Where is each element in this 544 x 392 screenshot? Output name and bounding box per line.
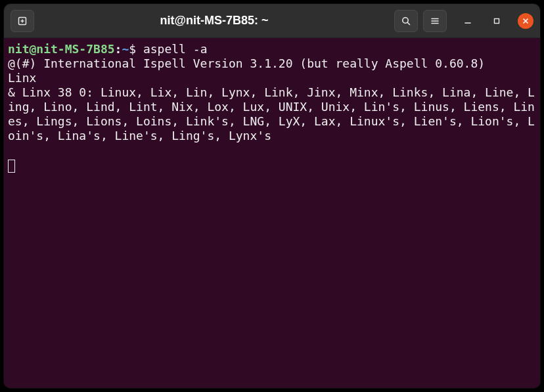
search-button[interactable] — [394, 10, 418, 32]
close-button[interactable] — [518, 13, 533, 29]
prompt-path: ~ — [122, 42, 129, 56]
search-icon — [401, 16, 411, 26]
command-text: aspell -a — [143, 42, 208, 56]
window-title: nit@nit-MS-7B85: ~ — [39, 14, 389, 28]
output-input-word: Linx — [8, 71, 36, 85]
titlebar-right — [394, 10, 533, 32]
svg-rect-9 — [495, 18, 499, 23]
terminal-cursor — [8, 160, 15, 173]
prompt-sigil: $ — [129, 42, 136, 56]
close-icon — [522, 17, 530, 25]
maximize-icon — [493, 17, 501, 25]
menu-button[interactable] — [423, 10, 447, 32]
svg-line-4 — [407, 22, 409, 24]
titlebar: nit@nit-MS-7B85: ~ — [4, 4, 540, 38]
new-tab-button[interactable] — [11, 10, 34, 32]
output-banner: @(#) International Ispell Version 3.1.20… — [8, 56, 485, 70]
new-tab-icon — [17, 16, 28, 26]
terminal-window: nit@nit-MS-7B85: ~ — [4, 4, 540, 388]
maximize-button[interactable] — [489, 13, 505, 29]
minimize-button[interactable] — [460, 13, 476, 29]
terminal-body[interactable]: nit@nit-MS-7B85:~$ aspell -a @(#) Intern… — [4, 38, 540, 388]
hamburger-icon — [430, 16, 440, 26]
output-suggestions: & Linx 38 0: Linux, Lix, Lin, Lynx, Link… — [8, 85, 535, 142]
prompt-separator: : — [115, 42, 122, 56]
prompt-user-host: nit@nit-MS-7B85 — [8, 42, 115, 56]
minimize-icon — [464, 17, 472, 25]
